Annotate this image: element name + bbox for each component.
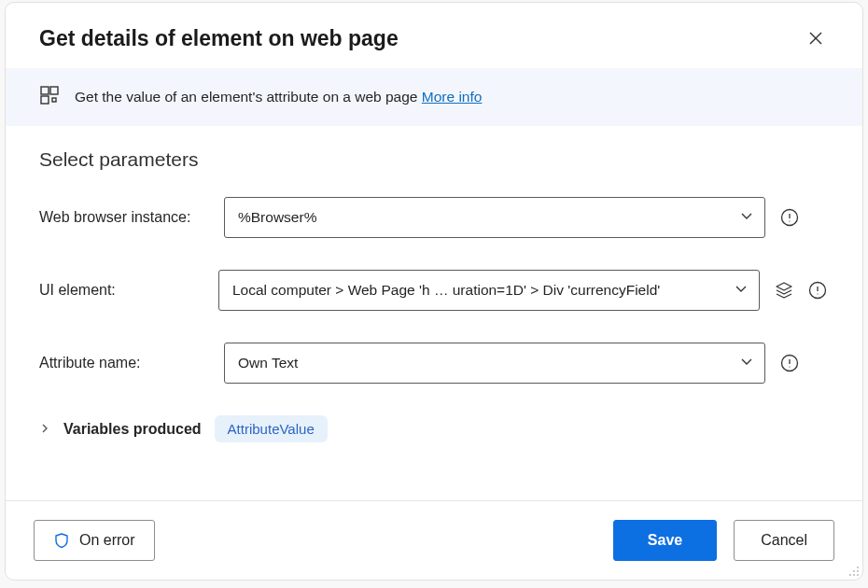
save-button[interactable]: Save — [613, 520, 717, 561]
ui-element-picker-button[interactable] — [773, 279, 795, 301]
info-text: Get the value of an element's attribute … — [75, 89, 482, 105]
dialog-header: Get details of element on web page — [6, 3, 862, 68]
web-element-icon — [39, 85, 60, 109]
more-info-link[interactable]: More info — [422, 89, 483, 105]
svg-marker-9 — [777, 283, 791, 290]
select-browser-instance[interactable]: %Browser% — [224, 197, 765, 238]
label-ui-element: UI element: — [39, 282, 218, 299]
help-icon[interactable] — [778, 352, 801, 374]
action-config-dialog: Get details of element on web page Get t… — [5, 2, 863, 581]
chevron-right-icon — [39, 422, 50, 437]
on-error-button[interactable]: On error — [34, 520, 155, 561]
row-browser-instance: Web browser instance: %Browser% — [39, 197, 829, 238]
label-browser-instance: Web browser instance: — [39, 209, 224, 226]
close-button[interactable] — [803, 25, 829, 51]
dialog-title: Get details of element on web page — [39, 26, 399, 51]
svg-rect-4 — [41, 96, 49, 104]
help-icon[interactable] — [806, 279, 829, 301]
help-icon[interactable] — [778, 206, 801, 229]
svg-point-8 — [789, 220, 790, 221]
svg-rect-5 — [52, 98, 56, 102]
section-title: Select parameters — [39, 148, 829, 171]
select-attribute-name[interactable]: Own Text — [224, 343, 765, 384]
dialog-content: Select parameters Web browser instance: … — [6, 126, 862, 500]
label-attribute-name: Attribute name: — [39, 355, 224, 371]
variable-pill[interactable]: AttributeValue — [215, 415, 328, 442]
row-ui-element: UI element: Local computer > Web Page 'h… — [39, 270, 829, 311]
variables-produced-label: Variables produced — [63, 421, 202, 438]
svg-point-15 — [789, 366, 790, 367]
dialog-footer: On error Save Cancel — [6, 500, 862, 580]
cancel-button[interactable]: Cancel — [734, 520, 834, 561]
footer-actions: Save Cancel — [613, 520, 834, 561]
select-ui-element[interactable]: Local computer > Web Page 'h … uration=1… — [218, 270, 760, 311]
svg-rect-2 — [41, 87, 49, 94]
svg-point-12 — [817, 293, 818, 294]
layers-icon — [775, 281, 793, 300]
row-attribute-name: Attribute name: Own Text — [39, 343, 829, 384]
variables-produced-row[interactable]: Variables produced AttributeValue — [39, 415, 829, 442]
svg-rect-3 — [50, 87, 58, 94]
info-bar: Get the value of an element's attribute … — [6, 68, 862, 126]
shield-icon — [53, 532, 70, 549]
close-icon — [808, 31, 823, 46]
